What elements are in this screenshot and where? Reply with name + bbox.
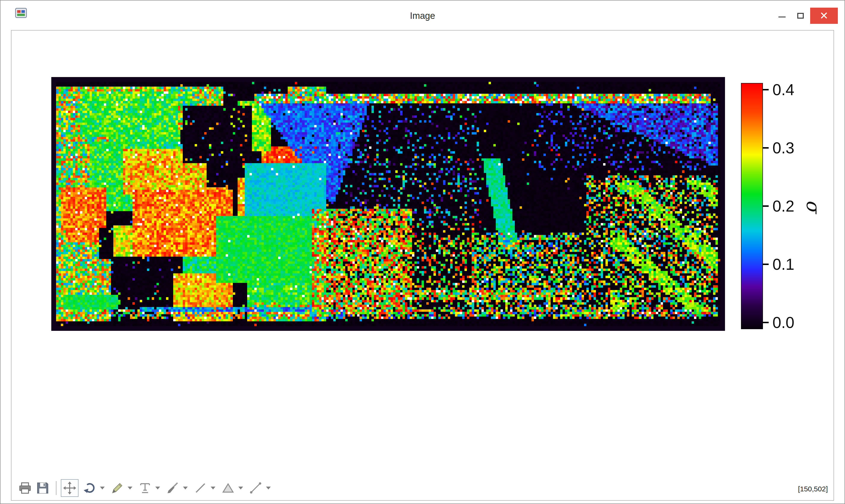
colorbar-tick: 0.2: [763, 197, 794, 215]
window-title: Image: [0, 4, 845, 28]
colorbar-tick: 0.0: [763, 313, 794, 331]
colorbar-tick: 0.4: [763, 80, 794, 99]
caret-down-icon: [100, 487, 105, 489]
save-icon: [36, 481, 50, 495]
colorbar-tick: 0.3: [763, 139, 794, 157]
pan-arrows-icon: [63, 481, 76, 495]
measure-icon: [249, 481, 263, 495]
pencil-button[interactable]: [109, 479, 126, 497]
client-area: 0.4 0.3 0.2 0.1 0.0 σ: [11, 30, 834, 501]
line-dropdown-button[interactable]: [209, 485, 217, 491]
pan-button[interactable]: [61, 479, 78, 497]
image-plot-canvas[interactable]: [51, 77, 725, 331]
maximize-button[interactable]: [792, 7, 809, 24]
tick-label: 0.3: [772, 139, 794, 157]
tick-mark-icon: [763, 147, 769, 149]
tick-mark-icon: [763, 264, 769, 265]
tick-label: 0.1: [772, 255, 794, 273]
window-controls: – ✕: [772, 7, 838, 24]
window: Image – ✕ 0.4: [0, 0, 845, 504]
line-button[interactable]: [192, 479, 209, 497]
colorbar-axis-label: σ: [803, 200, 824, 212]
title-bar[interactable]: Image – ✕: [0, 0, 845, 30]
caret-down-icon: [128, 487, 132, 489]
caret-down-icon: [266, 487, 271, 489]
undo-dropdown-button[interactable]: [98, 485, 106, 491]
text-dropdown-button[interactable]: [154, 485, 162, 491]
line-icon: [194, 481, 207, 495]
brush-button[interactable]: [164, 479, 182, 497]
undo-button[interactable]: [81, 479, 98, 497]
polygon-dropdown-button[interactable]: [237, 485, 245, 491]
tick-mark-icon: [763, 89, 769, 90]
caret-down-icon: [183, 487, 188, 489]
text-button[interactable]: [136, 479, 154, 497]
colorbar-tick: 0.1: [763, 255, 794, 273]
toolbar-separator: [56, 481, 56, 495]
minimize-icon: –: [778, 12, 786, 20]
colorbar-frame: [741, 83, 763, 329]
close-button[interactable]: ✕: [810, 7, 838, 24]
tick-label: 0.2: [772, 197, 794, 215]
tick-label: 0.0: [772, 313, 794, 331]
brush-icon: [166, 481, 180, 495]
triangle-icon: [221, 481, 235, 495]
pencil-dropdown-button[interactable]: [126, 485, 134, 491]
close-icon: ✕: [820, 11, 829, 21]
print-icon: [18, 481, 32, 495]
pencil-icon: [110, 481, 124, 495]
maximize-icon: [797, 13, 804, 19]
tick-label: 0.4: [772, 80, 794, 99]
tick-mark-icon: [763, 322, 769, 323]
colorbar: 0.4 0.3 0.2 0.1 0.0 σ: [741, 83, 837, 329]
polygon-button[interactable]: [219, 479, 237, 497]
caret-down-icon: [155, 487, 160, 489]
print-button[interactable]: [16, 479, 34, 497]
colorbar-gradient-canvas: [741, 84, 762, 329]
toolbar: [16, 479, 272, 497]
status-coordinates: [150,502]: [798, 485, 828, 493]
measure-button[interactable]: [247, 479, 265, 497]
measure-dropdown-button[interactable]: [265, 485, 272, 491]
undo-icon: [83, 481, 96, 495]
tick-mark-icon: [763, 205, 769, 207]
caret-down-icon: [211, 487, 215, 489]
minimize-button[interactable]: –: [773, 7, 791, 24]
brush-dropdown-button[interactable]: [182, 485, 189, 491]
save-button[interactable]: [34, 479, 52, 497]
caret-down-icon: [238, 487, 243, 489]
text-tool-icon: [138, 481, 152, 495]
